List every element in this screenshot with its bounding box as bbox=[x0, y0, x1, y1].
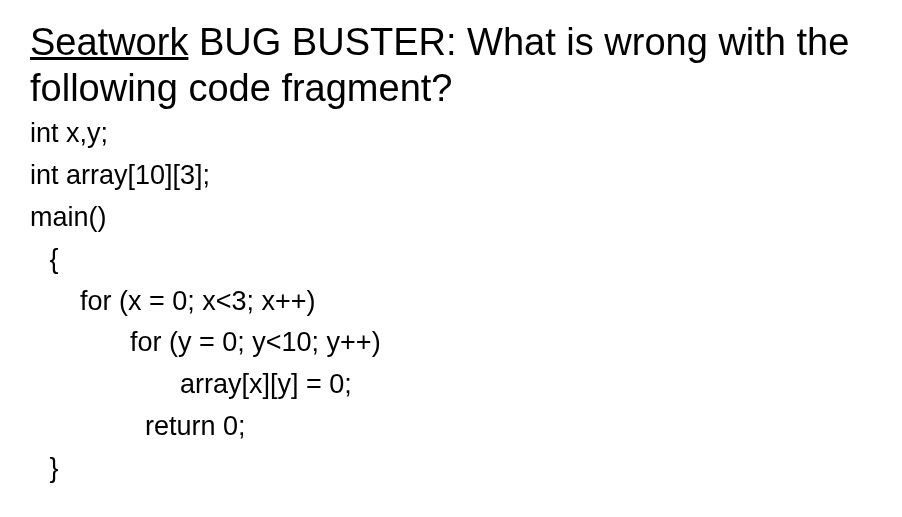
code-line-8: return 0; bbox=[30, 406, 872, 448]
seatwork-heading: Seatwork BUG BUSTER: What is wrong with … bbox=[30, 20, 872, 111]
code-line-9: } bbox=[30, 448, 872, 490]
code-line-6: for (y = 0; y<10; y++) bbox=[30, 322, 872, 364]
code-line-7: array[x][y] = 0; bbox=[30, 364, 872, 406]
code-line-1: int x,y; bbox=[30, 113, 872, 155]
code-line-3: main() bbox=[30, 197, 872, 239]
code-line-5: for (x = 0; x<3; x++) bbox=[30, 281, 872, 323]
heading-underlined: Seatwork bbox=[30, 21, 188, 63]
code-fragment: int x,y; int array[10][3]; main() { for … bbox=[30, 113, 872, 490]
code-line-4: { bbox=[30, 239, 872, 281]
code-line-2: int array[10][3]; bbox=[30, 155, 872, 197]
